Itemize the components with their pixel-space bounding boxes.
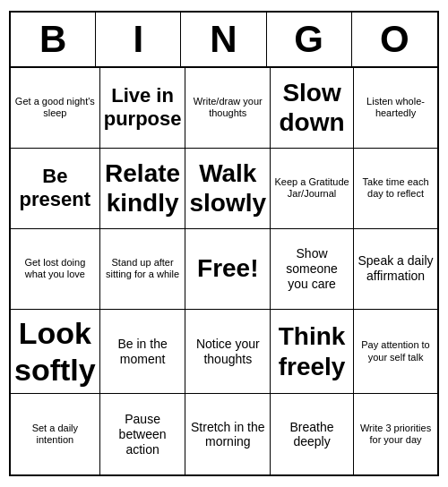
bingo-cell-14: Speak a daily affirmation [354,229,437,310]
header-letter-G: G [267,13,352,66]
cell-text-4: Listen whole-heartedly [358,96,434,119]
cell-text-15: Look softly [14,315,96,389]
cell-text-10: Get lost doing what you love [14,257,96,280]
cell-text-11: Stand up after sitting for a while [104,257,182,280]
cell-text-5: Be present [14,165,96,212]
cell-text-9: Take time each day to reflect [358,176,434,200]
bingo-cell-10: Get lost doing what you love [11,229,100,310]
bingo-cell-19: Pay attention to your self talk [354,310,437,395]
cell-text-21: Pause between action [104,412,182,457]
bingo-cell-21: Pause between action [100,394,186,474]
bingo-cell-1: Live in purpose [100,68,186,149]
cell-text-12: Free! [197,253,258,284]
bingo-cell-8: Keep a Gratitude Jar/Journal [271,149,354,229]
bingo-card: BINGO Get a good night's sleepLive in pu… [9,11,439,477]
cell-text-17: Notice your thoughts [189,337,266,367]
bingo-cell-13: Show someone you care [271,229,354,310]
bingo-header: BINGO [11,13,437,68]
bingo-cell-2: Write/draw your thoughts [185,68,271,149]
bingo-cell-23: Breathe deeply [271,394,354,474]
cell-text-19: Pay attention to your self talk [358,339,434,363]
bingo-cell-11: Stand up after sitting for a while [100,229,186,310]
bingo-cell-17: Notice your thoughts [185,310,271,395]
bingo-cell-9: Take time each day to reflect [354,149,437,229]
bingo-cell-12: Free! [185,229,271,310]
header-letter-I: I [96,13,181,66]
cell-text-0: Get a good night's sleep [14,96,96,119]
cell-text-13: Show someone you care [274,246,349,291]
bingo-grid: Get a good night's sleepLive in purposeW… [11,68,437,475]
cell-text-2: Write/draw your thoughts [189,96,266,119]
header-letter-O: O [352,13,437,66]
bingo-cell-0: Get a good night's sleep [11,68,100,149]
bingo-cell-22: Stretch in the morning [185,394,271,474]
bingo-cell-24: Write 3 priorities for your day [354,394,437,474]
cell-text-23: Breathe deeply [274,420,349,450]
header-letter-B: B [11,13,96,66]
bingo-cell-4: Listen whole-heartedly [354,68,437,149]
bingo-cell-6: Relate kindly [100,149,186,229]
cell-text-14: Speak a daily affirmation [358,253,434,284]
bingo-cell-18: Think freely [271,310,354,395]
bingo-cell-7: Walk slowly [185,149,271,229]
bingo-cell-5: Be present [11,149,100,229]
cell-text-1: Live in purpose [104,84,182,132]
cell-text-18: Think freely [274,321,349,381]
header-letter-N: N [181,13,266,66]
cell-text-3: Slow down [274,78,349,138]
cell-text-16: Be in the moment [104,337,182,367]
bingo-cell-3: Slow down [271,68,354,149]
cell-text-24: Write 3 priorities for your day [358,423,434,446]
bingo-cell-16: Be in the moment [100,310,186,395]
cell-text-6: Relate kindly [104,158,182,218]
cell-text-7: Walk slowly [189,158,266,218]
bingo-cell-15: Look softly [11,310,100,395]
cell-text-8: Keep a Gratitude Jar/Journal [274,176,349,200]
cell-text-22: Stretch in the morning [189,420,266,450]
cell-text-20: Set a daily intention [14,423,96,446]
bingo-cell-20: Set a daily intention [11,394,100,474]
